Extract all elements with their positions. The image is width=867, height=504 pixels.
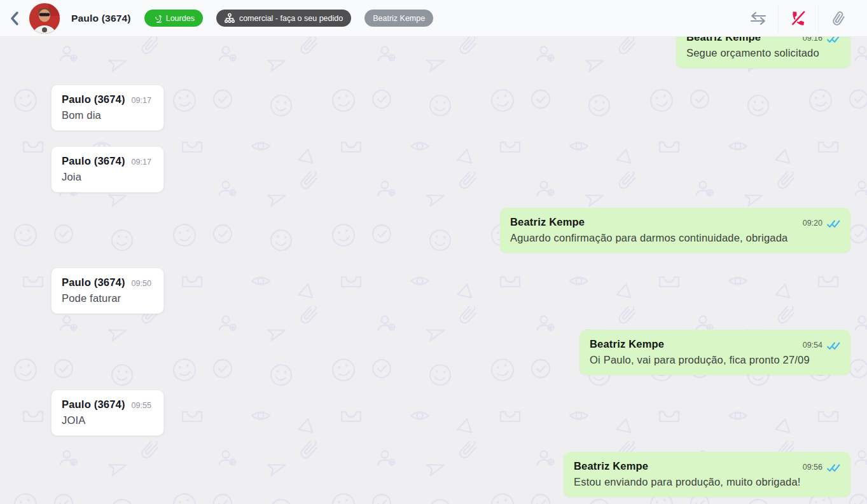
channel-badge-label: Lourdes	[166, 14, 195, 23]
message-time: 09:55	[132, 401, 151, 410]
message-bubble[interactable]: Paulo (3674) 09:17 Joia	[51, 146, 164, 193]
message-text: Pode faturar	[62, 292, 153, 304]
message-sender: Beatriz Kempe	[590, 338, 664, 350]
message-sender: Beatriz Kempe	[574, 460, 648, 472]
message-text: Joia	[62, 171, 153, 183]
chevron-left-icon	[9, 11, 20, 26]
message-time: 09:17	[132, 158, 151, 167]
message-text: JOIA	[62, 414, 153, 426]
message-sender: Beatriz Kempe	[510, 216, 585, 228]
header-actions	[739, 4, 858, 32]
message-text: Segue orçamento solicitado	[686, 47, 840, 59]
department-badge-label: comercial - faça o seu pedido	[239, 14, 343, 23]
channel-badge[interactable]: Lourdes	[144, 10, 203, 27]
read-receipt-icon	[827, 342, 840, 350]
read-receipt-icon	[827, 37, 840, 43]
message-sender: Paulo (3674)	[62, 398, 125, 411]
transfer-button[interactable]	[739, 4, 778, 32]
message-bubble[interactable]: Beatriz Kempe 09:20 Aguardo confirmação …	[500, 208, 850, 253]
message-bubble[interactable]: Paulo (3674) 09:55 JOIA	[51, 390, 164, 436]
attachment-icon	[831, 11, 846, 26]
message-sender: Paulo (3674)	[62, 155, 125, 167]
message-bubble[interactable]: Paulo (3674) 09:50 Pode faturar	[51, 268, 164, 314]
agent-badge-label: Beatriz Kempe	[373, 14, 425, 23]
message-text: Bom dia	[62, 109, 153, 121]
whatsapp-icon	[153, 14, 162, 23]
message-bubble[interactable]: Beatriz Kempe 09:54 Oi Paulo, vai para p…	[579, 330, 850, 375]
read-receipt-icon	[827, 220, 840, 228]
message-sender: Paulo (3674)	[62, 276, 125, 289]
message-text: Aguardo confirmação para darmos continui…	[510, 232, 840, 244]
message-time: 09:50	[132, 279, 151, 288]
call-disabled-button[interactable]	[779, 4, 818, 32]
agent-badge[interactable]: Beatriz Kempe	[364, 10, 433, 27]
message-time: 09:17	[132, 96, 151, 105]
transfer-icon	[750, 11, 766, 25]
message-bubble[interactable]: Beatriz Kempe 09:16 Segue orçamento soli…	[676, 37, 850, 68]
department-badge[interactable]: comercial - faça o seu pedido	[216, 10, 351, 27]
contact-name: Paulo (3674)	[71, 13, 131, 24]
message-time: 09:56	[803, 463, 822, 472]
message-time: 09:16	[803, 37, 822, 43]
avatar-image	[29, 3, 60, 34]
attachment-button[interactable]	[819, 4, 858, 32]
message-sender: Beatriz Kempe	[686, 37, 761, 43]
contact-avatar[interactable]	[29, 3, 60, 34]
message-text: Estou enviando para produção, muito obri…	[574, 476, 840, 488]
message-time: 09:54	[803, 341, 822, 350]
message-text: Oi Paulo, vai para produção, fica pronto…	[590, 354, 840, 366]
chat-window: Paulo (3674) Lourdes comercial - faça o …	[0, 0, 867, 504]
message-time: 09:20	[803, 219, 822, 228]
sitemap-icon	[225, 13, 235, 24]
message-bubble[interactable]: Beatriz Kempe 09:56 Estou enviando para …	[564, 452, 850, 497]
message-list[interactable]: Beatriz Kempe 09:16 Segue orçamento soli…	[0, 37, 867, 504]
message-sender: Paulo (3674)	[62, 93, 125, 106]
back-button[interactable]	[5, 6, 24, 31]
conversation-header: Paulo (3674) Lourdes comercial - faça o …	[0, 0, 867, 37]
read-receipt-icon	[827, 464, 840, 472]
message-bubble[interactable]: Paulo (3674) 09:17 Bom dia	[51, 85, 164, 131]
call-disabled-icon	[790, 10, 807, 27]
